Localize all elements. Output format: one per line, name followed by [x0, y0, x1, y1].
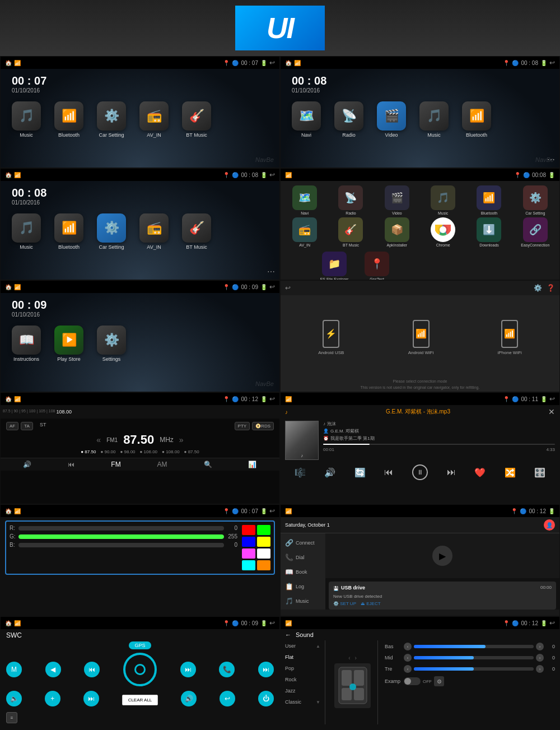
bt-btn[interactable]: 🔊 [181, 691, 197, 706]
all-app-bluetooth[interactable]: 📶 Bluetooth [467, 185, 511, 215]
search-radio-btn[interactable]: 🔍 [204, 461, 212, 468]
all-app-btmusic[interactable]: 🎸 BT Music [329, 217, 372, 247]
all-app-video[interactable]: 🎬 Video [375, 185, 419, 215]
settings-icon-conn[interactable]: ⚙️ [534, 284, 542, 292]
all-app-music[interactable]: 🎵 Music [421, 185, 465, 215]
app-playstore[interactable]: ▶️ Play Store [49, 326, 89, 362]
music-fav-btn[interactable]: ❤️ [474, 467, 486, 478]
all-app-gpstest[interactable]: 📍 GpsTest [357, 252, 397, 280]
music-shuffle-btn[interactable]: 🔀 [505, 467, 516, 478]
music-eq-btn[interactable]: 🎛️ [534, 467, 545, 478]
mode-btn[interactable]: M [6, 662, 22, 677]
spectrum-btn[interactable]: 📊 [248, 461, 256, 468]
am-btn[interactable]: AM [157, 461, 167, 468]
mid-track[interactable] [414, 656, 534, 659]
app-instructions[interactable]: 📖 Instructions [6, 326, 46, 362]
bt-book-item[interactable]: 📖 Book [281, 565, 325, 579]
menu-dots-btn-2l[interactable]: ⋯ [267, 267, 275, 276]
music-repeat-btn[interactable]: 🔄 [354, 467, 366, 478]
prev-btn[interactable]: ⏮ [84, 662, 100, 677]
back-swc-btn[interactable]: ↩ [220, 691, 235, 706]
clear-all-btn[interactable]: CLEAR ALL [122, 695, 158, 705]
call-btn[interactable]: 📞 [219, 662, 235, 677]
app-music-1[interactable]: 🎵 Music [6, 101, 46, 138]
all-app-easyconn[interactable]: 🔗 EasyConnection [514, 217, 557, 247]
bas-track[interactable] [414, 645, 534, 648]
eq-pop[interactable]: Pop [281, 663, 325, 674]
swatch-white[interactable] [257, 548, 270, 559]
back-btn-swc[interactable]: ↩ [269, 619, 275, 627]
music-pause-btn[interactable]: ⏸ [412, 464, 428, 480]
music-vol-btn[interactable]: 🔊 [324, 467, 335, 478]
app-video-1r[interactable]: 🎬 Video [371, 101, 412, 138]
all-app-carsetting[interactable]: ⚙️ Car Setting [514, 185, 557, 215]
preset-3[interactable]: ● 98.00 [120, 449, 135, 454]
freq-prev[interactable]: « [96, 435, 101, 444]
eq-flat[interactable]: Flat [281, 652, 325, 663]
all-app-avin[interactable]: 📻 AV_IN [283, 217, 326, 247]
all-app-esfile[interactable]: 📁 ES File Explorer [314, 252, 354, 280]
app-bluetooth-1[interactable]: 📶 Bluetooth [49, 101, 89, 138]
ff-btn[interactable]: ⏭ [258, 662, 274, 677]
mid-dec-btn[interactable]: ‹ [404, 654, 412, 662]
eject-btn[interactable]: ⏏ EJECT [361, 601, 381, 606]
next-btn-swc[interactable]: ⏭ [180, 662, 196, 677]
back-btn-music[interactable]: ↩ [549, 395, 555, 403]
back-btn-sound[interactable]: ↩ [549, 619, 555, 627]
app-music-1r[interactable]: 🎵 Music [414, 101, 454, 138]
pty-btn[interactable]: PTY [235, 422, 250, 430]
app-radio-1r[interactable]: 📡 Radio [329, 101, 369, 138]
eq-user[interactable]: User ▲ [281, 640, 325, 652]
preset-2[interactable]: ● 90.00 [100, 449, 115, 454]
seat-prev-btn[interactable]: ‹ [348, 655, 350, 661]
app-bt-2l[interactable]: 📶 Bluetooth [49, 213, 89, 250]
app-btm-2l[interactable]: 🎸 BT Music [176, 213, 217, 250]
conn-wifi-android[interactable]: 📶 Android WiFi [408, 320, 434, 355]
b-slider[interactable] [18, 543, 224, 547]
bt-log-item[interactable]: 📋 Log [281, 579, 325, 594]
all-app-chrome[interactable]: Chrome [421, 217, 465, 247]
back-icon-conn[interactable]: ↩ [285, 284, 291, 292]
tre-track[interactable] [414, 667, 534, 671]
swatch-orange[interactable] [257, 560, 270, 570]
app-settings[interactable]: ⚙️ Settings [91, 326, 132, 362]
tre-dec-btn[interactable]: ‹ [404, 665, 412, 673]
preset-5[interactable]: ● 108.00 [162, 449, 180, 454]
skip-btn[interactable]: ⏭ [83, 691, 99, 706]
all-app-apkinstaller[interactable]: 📦 ApkInstaller [375, 217, 419, 247]
menu-dots-btn[interactable]: ⋯ [547, 155, 555, 164]
eq-classic[interactable]: Classic ▼ [281, 696, 325, 708]
music-next-btn[interactable]: ⏭ [447, 467, 456, 477]
bt-music-item[interactable]: 🎵 Music [281, 594, 325, 608]
swatch-green[interactable] [257, 525, 270, 535]
app-music-2l[interactable]: 🎵 Music [6, 213, 46, 250]
back-btn-1[interactable]: ↩ [269, 59, 275, 67]
app-navi-1r[interactable]: 🗺️ Navi [286, 101, 326, 138]
sound-settings-btn[interactable]: ⚙ [434, 676, 444, 686]
tre-inc-btn[interactable]: › [536, 665, 544, 673]
preset-6[interactable]: ● 87.50 [184, 449, 199, 454]
swatch-cyan[interactable] [242, 560, 255, 570]
af-btn[interactable]: AF [6, 422, 18, 430]
ta-btn[interactable]: TA [21, 422, 33, 430]
swatch-yellow[interactable] [257, 537, 270, 547]
bt-play-btn[interactable]: ▶ [432, 546, 452, 566]
conn-usb[interactable]: ⚡ Android USB [318, 320, 344, 355]
rds-btn[interactable]: 📀RDS [252, 422, 274, 430]
music-close-btn[interactable]: ✕ [548, 407, 555, 416]
app-carsetting-1[interactable]: ⚙️ Car Setting [91, 101, 132, 138]
app-btmusic-1[interactable]: 🎸 BT Music [176, 101, 217, 138]
power-btn[interactable]: ⏻ [258, 691, 274, 706]
all-app-navi[interactable]: 🗺️ Navi [283, 185, 326, 215]
back-btn-radio[interactable]: ↩ [269, 395, 275, 403]
app-bluetooth-1r[interactable]: 📶 Bluetooth [456, 101, 497, 138]
back-btn-2l[interactable]: ↩ [269, 171, 275, 179]
r-slider[interactable] [18, 526, 224, 531]
preset-1[interactable]: ● 87.50 [81, 449, 96, 454]
fm-btn[interactable]: FM [111, 461, 120, 468]
app-cs-2l[interactable]: ⚙️ Car Setting [91, 213, 132, 250]
prev-track-btn[interactable]: ⏮ [68, 461, 74, 468]
bas-inc-btn[interactable]: › [536, 643, 544, 650]
setup-btn[interactable]: ⚙️ SET UP [333, 601, 356, 606]
all-app-radio[interactable]: 📡 Radio [329, 185, 372, 215]
